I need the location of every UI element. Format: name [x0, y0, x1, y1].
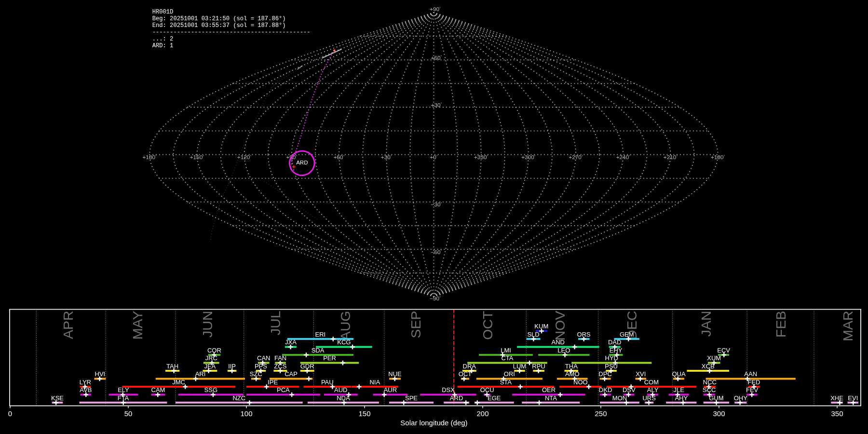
svg-text:RPU: RPU — [532, 363, 545, 370]
svg-text:SLD: SLD — [527, 331, 539, 338]
svg-text:SZC: SZC — [250, 370, 262, 378]
svg-text:−90°: −90° — [430, 295, 441, 302]
svg-text:DAD: DAD — [608, 339, 621, 346]
svg-text:+60°: +60° — [431, 54, 442, 61]
svg-text:JAN: JAN — [698, 311, 714, 337]
svg-text:−30°: −30° — [431, 201, 442, 208]
svg-text:+240°: +240° — [616, 154, 631, 161]
svg-text:+90°: +90° — [430, 6, 441, 13]
svg-text:JRC: JRC — [205, 354, 217, 362]
svg-text:CTA: CTA — [501, 354, 513, 362]
svg-text:NOV: NOV — [552, 311, 568, 341]
svg-text:ORI: ORI — [504, 370, 515, 378]
svg-text:XHE: XHE — [830, 394, 843, 402]
svg-text:SSG: SSG — [204, 386, 217, 393]
svg-text:0: 0 — [8, 409, 12, 418]
svg-text:ARD: ARD — [296, 160, 308, 165]
svg-text:End: 20251001 03:55:37 (sol =: End: 20251001 03:55:37 (sol = 187.88°) — [152, 22, 286, 29]
svg-text:DKD: DKD — [599, 386, 612, 393]
svg-text:COM: COM — [644, 379, 659, 386]
svg-text:SPE: SPE — [405, 394, 418, 402]
svg-text:GDR: GDR — [300, 363, 314, 370]
svg-text:300: 300 — [713, 409, 725, 418]
svg-text:OCT: OCT — [459, 370, 472, 378]
svg-text:EVI: EVI — [848, 394, 858, 402]
svg-text:NOO: NOO — [573, 379, 588, 386]
svg-text:+300°: +300° — [521, 154, 536, 161]
svg-text:KCG: KCG — [337, 339, 351, 346]
svg-text:+150°: +150° — [190, 154, 204, 161]
svg-text:AUR: AUR — [384, 386, 397, 393]
svg-text:JEA: JEA — [204, 363, 216, 370]
svg-text:DSV: DSV — [623, 386, 636, 393]
svg-text:AUG: AUG — [338, 311, 353, 341]
svg-text:APR: APR — [60, 311, 76, 339]
svg-text:MAR: MAR — [840, 311, 855, 341]
svg-text:AVB: AVB — [80, 386, 92, 393]
svg-text:JUN: JUN — [200, 311, 215, 338]
svg-text:ARD: 1: ARD: 1 — [152, 42, 174, 49]
svg-text:XVI: XVI — [636, 370, 646, 378]
svg-text:JLE: JLE — [673, 386, 684, 393]
svg-text:PAU: PAU — [321, 379, 334, 386]
svg-text:AMO: AMO — [565, 370, 580, 378]
svg-text:LEO: LEO — [557, 347, 570, 354]
svg-text:100: 100 — [240, 409, 252, 418]
svg-text:250: 250 — [595, 409, 607, 418]
svg-text:NTA: NTA — [545, 394, 557, 402]
svg-text:CAM: CAM — [151, 386, 165, 393]
svg-text:200: 200 — [476, 409, 488, 418]
svg-text:IIP: IIP — [228, 363, 236, 370]
svg-text:PER: PER — [323, 354, 336, 362]
svg-text:LYR: LYR — [80, 379, 91, 386]
svg-text:COR: COR — [207, 347, 221, 354]
svg-text:FAN: FAN — [274, 354, 286, 362]
svg-text:SEP: SEP — [408, 311, 423, 339]
svg-text:NZC: NZC — [232, 394, 245, 402]
svg-text:ARI: ARI — [195, 370, 206, 378]
svg-text:SCC: SCC — [703, 386, 716, 393]
svg-text:+330°: +330° — [474, 154, 488, 161]
svg-text:IPE: IPE — [268, 379, 278, 386]
svg-text:JXA: JXA — [285, 339, 297, 346]
svg-text:+60°: +60° — [334, 154, 345, 161]
svg-text:QUA: QUA — [672, 370, 686, 378]
svg-text:ORS: ORS — [577, 331, 591, 338]
svg-text:CAN: CAN — [257, 354, 270, 362]
svg-text:DRA: DRA — [463, 363, 476, 370]
svg-text:PPS: PPS — [255, 363, 267, 370]
svg-text:150: 150 — [358, 409, 370, 418]
svg-text:HR001D: HR001D — [152, 9, 174, 15]
svg-text:ZCS: ZCS — [274, 363, 286, 370]
svg-text:AUD: AUD — [334, 386, 347, 393]
svg-text:FEV: FEV — [746, 386, 759, 393]
svg-text:+270°: +270° — [569, 154, 583, 161]
svg-text:EHY: EHY — [610, 347, 623, 354]
svg-text:ARD: ARD — [450, 394, 463, 402]
svg-text:SDA: SDA — [312, 347, 325, 354]
svg-text:FTA: FTA — [118, 394, 129, 402]
svg-text:350: 350 — [831, 409, 843, 418]
svg-text:DSX: DSX — [442, 386, 455, 393]
svg-text:MAY: MAY — [130, 311, 145, 340]
svg-text:50: 50 — [124, 409, 133, 418]
svg-text:−60°: −60° — [431, 249, 442, 256]
svg-text:AND: AND — [552, 339, 565, 346]
svg-text:NUE: NUE — [388, 370, 402, 378]
svg-text:OER: OER — [542, 386, 556, 393]
svg-text:URS: URS — [642, 394, 656, 402]
svg-text:MON: MON — [612, 394, 627, 402]
svg-text:+180°: +180° — [711, 154, 725, 161]
svg-text:KSE: KSE — [51, 394, 64, 402]
svg-text:DPC: DPC — [598, 370, 611, 378]
svg-text:TAH: TAH — [166, 363, 178, 370]
svg-text:+30°: +30° — [381, 154, 392, 161]
svg-text:PSU: PSU — [605, 363, 618, 370]
svg-text:OCT: OCT — [480, 311, 495, 340]
svg-text:+180°: +180° — [142, 154, 157, 161]
svg-text:ECV: ECV — [717, 347, 730, 354]
svg-text:THA: THA — [565, 363, 578, 370]
svg-text:LUM: LUM — [513, 363, 526, 370]
svg-text:GEM: GEM — [620, 331, 634, 338]
svg-text:Solar longitude (deg): Solar longitude (deg) — [400, 419, 467, 427]
